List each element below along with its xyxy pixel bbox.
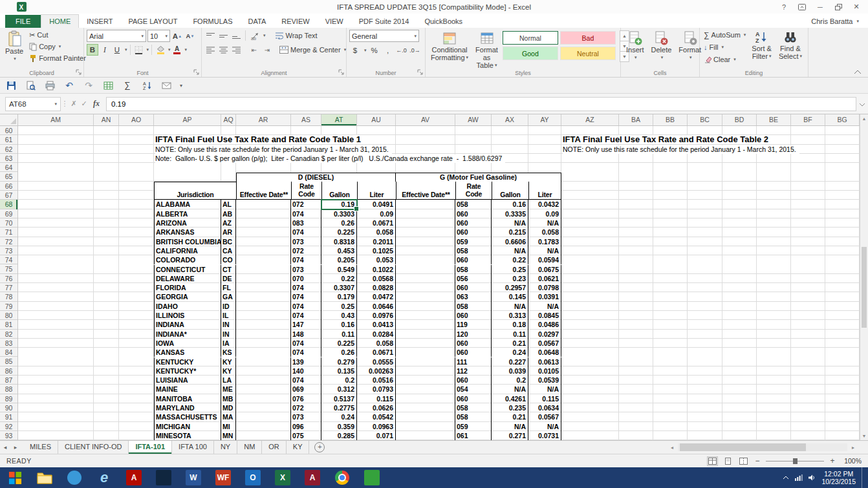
zoom-slider[interactable] bbox=[766, 458, 824, 465]
tab-home[interactable]: HOME bbox=[41, 14, 79, 28]
sheet-nav-right-icon[interactable]: ▸ bbox=[10, 444, 21, 451]
cell-AT73[interactable]: 0.453 bbox=[321, 246, 357, 255]
cell-AW90[interactable]: 058 bbox=[455, 403, 492, 412]
column-header-bg[interactable]: BG bbox=[825, 114, 860, 125]
close-icon[interactable]: ✕ bbox=[847, 1, 865, 13]
cell-AY91[interactable]: 0.0567 bbox=[528, 412, 561, 421]
cell-AY69[interactable]: 0.09 bbox=[528, 209, 561, 218]
redo-icon[interactable]: ↷ bbox=[83, 80, 94, 91]
cell-AS68[interactable]: 072 bbox=[291, 200, 321, 209]
tab-pdf-suite-2014[interactable]: PDF Suite 2014 bbox=[351, 15, 417, 28]
cell-AY90[interactable]: 0.0634 bbox=[528, 403, 561, 412]
cell-AX87[interactable]: 0.2 bbox=[492, 376, 528, 385]
cell-AR90[interactable] bbox=[236, 403, 291, 412]
cell-AU68[interactable]: 0.0491 bbox=[357, 200, 396, 209]
cell-AP72[interactable]: BRITISH COLUMBIA bbox=[154, 237, 221, 246]
cell-AS80[interactable]: 074 bbox=[291, 311, 321, 320]
select-all-button[interactable] bbox=[0, 114, 18, 126]
cell-AR78[interactable] bbox=[236, 292, 291, 301]
page-break-view-button[interactable] bbox=[738, 456, 749, 466]
cell-AT69[interactable]: 0.3303 bbox=[321, 209, 357, 218]
vertical-scrollbar[interactable]: ▲ ▼ bbox=[860, 114, 868, 440]
align-left-button[interactable] bbox=[204, 44, 216, 56]
scroll-left-icon[interactable]: ◂ bbox=[667, 445, 677, 451]
cell-AV83[interactable] bbox=[396, 339, 455, 348]
cell-AR87[interactable] bbox=[236, 376, 291, 385]
cell-AY87[interactable]: 0.0539 bbox=[528, 376, 561, 385]
cell-AY84[interactable]: 0.0648 bbox=[528, 348, 561, 357]
cell-AW87[interactable]: 060 bbox=[455, 376, 492, 385]
cell-AU77[interactable]: 0.0828 bbox=[357, 283, 396, 292]
cell-AW88[interactable]: 054 bbox=[455, 385, 492, 394]
help-icon[interactable]: ? bbox=[775, 1, 793, 13]
tab-insert[interactable]: INSERT bbox=[79, 15, 120, 28]
cell-AP88[interactable]: MAINE bbox=[154, 385, 221, 394]
undo-icon[interactable]: ↶ bbox=[63, 80, 75, 91]
cell-AX70[interactable]: N/A bbox=[492, 218, 528, 228]
cell-AT83[interactable]: 0.225 bbox=[321, 339, 357, 348]
qat-customize-icon[interactable]: ▾ bbox=[180, 83, 182, 89]
sheet-tab-or[interactable]: OR bbox=[262, 441, 287, 454]
column-header-bc[interactable]: BC bbox=[688, 114, 722, 125]
cell-AV75[interactable] bbox=[396, 265, 455, 274]
cell-AU71[interactable]: 0.058 bbox=[357, 228, 396, 237]
cell-AV73[interactable] bbox=[396, 246, 455, 255]
cell-AX74[interactable]: 0.22 bbox=[492, 255, 528, 264]
horizontal-scrollbar[interactable]: ◂ ▸ bbox=[667, 441, 868, 454]
file-explorer-icon[interactable] bbox=[36, 469, 53, 486]
page-layout-view-button[interactable] bbox=[722, 456, 733, 466]
cell-AQ75[interactable]: CT bbox=[221, 265, 236, 274]
cell-AQ73[interactable]: CA bbox=[221, 246, 236, 255]
cell-AT85[interactable]: 0.279 bbox=[321, 357, 357, 366]
cell-AX86[interactable]: 0.039 bbox=[492, 366, 528, 376]
cell-AT71[interactable]: 0.225 bbox=[321, 228, 357, 237]
column-header-au[interactable]: AU bbox=[357, 114, 396, 125]
cell-AV82[interactable] bbox=[396, 330, 455, 339]
font-dialog-launcher-icon[interactable] bbox=[193, 69, 200, 76]
chrome-icon[interactable] bbox=[334, 469, 351, 486]
cell-AP91[interactable]: MASSACHUSETTS bbox=[154, 412, 221, 421]
bold-button[interactable]: B bbox=[87, 44, 98, 56]
internet-explorer-icon[interactable]: e bbox=[96, 469, 113, 486]
cell-AW74[interactable]: 060 bbox=[455, 255, 492, 264]
delete-cells-button[interactable]: Delete▾ bbox=[649, 30, 675, 62]
cell-AV90[interactable] bbox=[396, 403, 455, 412]
cell-AY81[interactable]: 0.0486 bbox=[528, 320, 561, 329]
cell-AR79[interactable] bbox=[236, 302, 291, 311]
cell-AV89[interactable] bbox=[396, 394, 455, 403]
cell-AS81[interactable]: 147 bbox=[291, 320, 321, 329]
cell-AS75[interactable]: 073 bbox=[291, 265, 321, 274]
cell-AV87[interactable] bbox=[396, 376, 455, 385]
cell-AR80[interactable] bbox=[236, 311, 291, 320]
accounting-format-button[interactable]: $ bbox=[349, 45, 361, 56]
cell-AV69[interactable] bbox=[396, 209, 455, 218]
cell-AS77[interactable]: 074 bbox=[291, 283, 321, 292]
cell-AR73[interactable] bbox=[236, 246, 291, 255]
merge-center-button[interactable]: Merge & Center▾ bbox=[278, 45, 347, 55]
column-header-ao[interactable]: AO bbox=[119, 114, 154, 125]
cell-AR69[interactable] bbox=[236, 209, 291, 218]
cell-AX68[interactable]: 0.16 bbox=[492, 200, 528, 209]
cell-AX69[interactable]: 0.3335 bbox=[492, 209, 528, 218]
vertical-scroll-thumb[interactable] bbox=[862, 247, 867, 328]
fill-handle[interactable] bbox=[354, 206, 359, 211]
format-painter-button[interactable]: Format Painter bbox=[28, 53, 87, 63]
cell-AQ69[interactable]: AB bbox=[221, 209, 236, 218]
cell-AV88[interactable] bbox=[396, 385, 455, 394]
cell-AS78[interactable]: 074 bbox=[291, 292, 321, 301]
cell-AT90[interactable]: 0.2775 bbox=[321, 403, 357, 412]
cell-AQ90[interactable]: MD bbox=[221, 403, 236, 412]
ribbon-display-options-icon[interactable] bbox=[793, 1, 811, 13]
cell-AS92[interactable]: 096 bbox=[291, 422, 321, 431]
cell-AY73[interactable]: N/A bbox=[528, 246, 561, 255]
cell-AQ78[interactable]: GA bbox=[221, 292, 236, 301]
autosum-button[interactable]: ∑AutoSum▾ bbox=[702, 30, 747, 40]
cell-AU86[interactable]: 0.00263 bbox=[357, 366, 396, 376]
cell-AS74[interactable]: 074 bbox=[291, 255, 321, 264]
cell-AY70[interactable]: N/A bbox=[528, 218, 561, 228]
cell-AU91[interactable]: 0.0542 bbox=[357, 412, 396, 421]
number-format-select[interactable]: General▾ bbox=[349, 30, 419, 42]
cell-AU79[interactable]: 0.0646 bbox=[357, 302, 396, 311]
word-icon[interactable]: W bbox=[185, 469, 202, 486]
cell-AW89[interactable]: 060 bbox=[455, 394, 492, 403]
